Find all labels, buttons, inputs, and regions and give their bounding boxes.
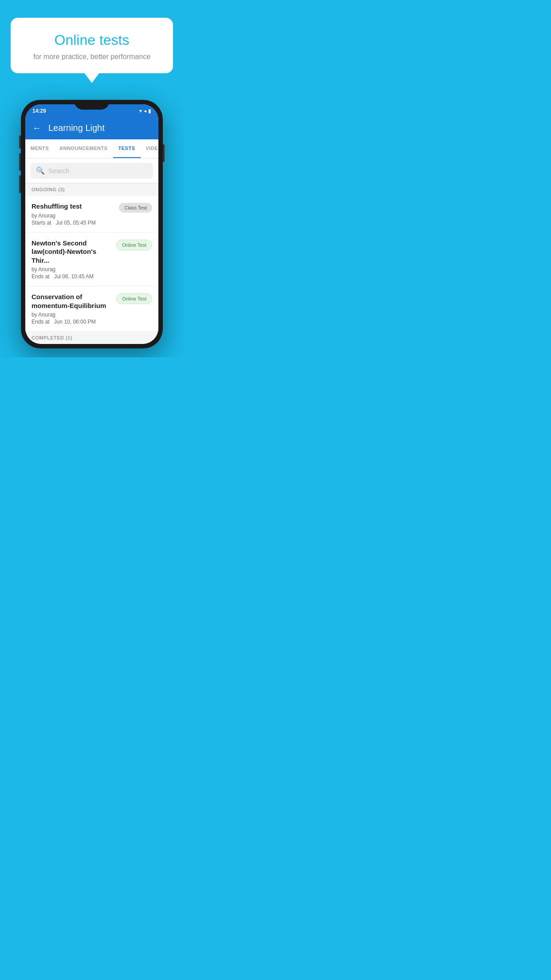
search-icon: 🔍 [36,166,45,175]
search-input[interactable]: Search [48,167,70,174]
test-badge-3: Online Test [116,293,152,304]
tab-announcements[interactable]: ANNOUNCEMENTS [54,139,113,158]
bubble-subtitle: for more practice, better performance [23,53,161,61]
test-info-2: Newton's Second law(contd)-Newton's Thir… [31,239,112,280]
app-title: Learning Light [48,123,105,133]
wifi-icon: ▾ [139,108,142,114]
bubble-title: Online tests [23,32,161,48]
phone-vol-up-button [19,135,21,149]
test-item-1[interactable]: Reshuffling test by Anurag Starts at Jul… [25,196,158,233]
test-name-2: Newton's Second law(contd)-Newton's Thir… [31,239,112,265]
test-badge-1: Class Test [119,203,152,213]
test-date-3: Ends at Jun 10, 06:00 PM [31,319,112,325]
battery-icon: ▮ [148,108,151,114]
search-bar[interactable]: 🔍 Search [31,163,153,178]
tab-bar: MENTS ANNOUNCEMENTS TESTS VIDEOS [25,139,158,158]
app-bar: ← Learning Light [25,117,158,139]
completed-section-header: COMPLETED (1) [25,332,158,344]
test-info-1: Reshuffling test by Anurag Starts at Jul… [31,202,114,226]
test-item-3[interactable]: Conservation of momentum-Equilibrium by … [25,286,158,332]
speech-bubble: Online tests for more practice, better p… [11,18,173,73]
test-name-1: Reshuffling test [31,202,114,211]
phone-outer: 14:29 ▾ ◂ ▮ ← Learning Light MENTS ANNOU… [21,100,163,348]
test-by-3: by Anurag [31,312,112,318]
phone-silent-button [19,175,21,193]
phone-power-button [163,144,165,162]
tab-tests[interactable]: TESTS [113,139,141,158]
test-info-3: Conservation of momentum-Equilibrium by … [31,292,112,325]
search-container: 🔍 Search [25,158,158,183]
test-by-1: by Anurag [31,213,114,219]
speech-bubble-section: Online tests for more practice, better p… [0,0,184,73]
test-date-2: Ends at Jul 06, 10:45 AM [31,273,112,280]
test-name-3: Conservation of momentum-Equilibrium [31,292,112,310]
test-item-2[interactable]: Newton's Second law(contd)-Newton's Thir… [25,233,158,287]
phone-vol-down-button [19,153,21,171]
ongoing-section-header: ONGOING (3) [25,183,158,196]
test-date-1: Starts at Jul 05, 05:45 PM [31,220,114,226]
phone-mockup: 14:29 ▾ ◂ ▮ ← Learning Light MENTS ANNOU… [21,100,163,348]
tab-videos[interactable]: VIDEOS [141,139,158,158]
phone-notch [74,100,110,110]
test-badge-2: Online Test [116,240,152,250]
tab-ments[interactable]: MENTS [25,139,54,158]
test-by-2: by Anurag [31,266,112,273]
signal-icon: ◂ [144,108,146,114]
phone-screen: 14:29 ▾ ◂ ▮ ← Learning Light MENTS ANNOU… [25,104,158,344]
test-list: Reshuffling test by Anurag Starts at Jul… [25,196,158,332]
back-button[interactable]: ← [32,123,41,133]
status-icons: ▾ ◂ ▮ [139,108,151,114]
status-time: 14:29 [32,108,46,114]
